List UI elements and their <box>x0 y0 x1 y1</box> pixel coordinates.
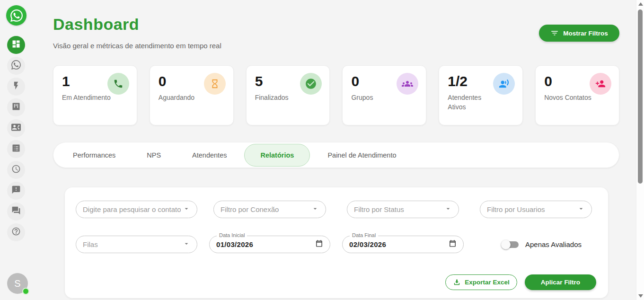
hourglass-icon <box>204 73 226 95</box>
status-filter-select[interactable]: Filtro por Status <box>347 201 459 218</box>
sidebar-item-help[interactable] <box>7 223 25 241</box>
dashboard-tabs: Performances NPS Atendentes Relatórios P… <box>53 142 619 168</box>
users-filter-select[interactable]: Filtro por Usuarios <box>480 201 592 218</box>
select-placeholder: Filas <box>83 240 181 248</box>
chevron-down-icon <box>444 205 452 214</box>
tab-nps[interactable]: NPS <box>131 144 176 167</box>
help-icon <box>11 227 21 238</box>
kanban-icon <box>11 102 21 113</box>
stat-card-atendentes-ativos: 1/2 Atendentes Ativos <box>439 65 523 125</box>
toggle-label: Apenas Avaliados <box>525 240 582 248</box>
date-end-field[interactable]: Data Final 02/03/2026 <box>342 236 464 253</box>
chevron-down-icon[interactable] <box>183 205 190 214</box>
toggle-knob <box>501 240 511 249</box>
check-circle-icon <box>300 73 322 95</box>
tab-relatorios[interactable]: Relatórios <box>244 144 310 167</box>
export-excel-button[interactable]: Exportar Excel <box>445 274 517 290</box>
stat-label: Novos Contatos <box>544 93 596 102</box>
clock-icon <box>11 164 21 176</box>
stat-card-finalizados: 5 Finalizados <box>246 65 330 125</box>
only-rated-toggle-row[interactable]: Apenas Avaliados <box>503 240 582 248</box>
stat-label: Aguardando <box>159 93 211 102</box>
scroll-down-arrow-icon[interactable] <box>638 294 643 298</box>
sidebar-item-whatsapp-chats[interactable] <box>7 57 25 75</box>
sidebar-item-contacts[interactable] <box>7 119 25 137</box>
person-add-icon <box>590 73 611 95</box>
date-start-label: Data Inicial <box>217 232 247 238</box>
calendar-icon[interactable] <box>315 239 323 249</box>
filters-panel: Filtro por Conexão Filtro por Status Fil… <box>65 187 608 298</box>
phone-icon <box>107 73 129 95</box>
date-end-value: 02/03/2026 <box>349 240 447 248</box>
forum-icon <box>11 206 21 217</box>
chevron-down-icon <box>311 205 319 214</box>
stat-label: Atendentes Ativos <box>448 93 500 112</box>
filter-list-icon <box>550 29 559 37</box>
sidebar-item-kanban[interactable] <box>7 98 25 116</box>
select-placeholder: Filtro por Status <box>354 205 442 213</box>
connection-filter-select[interactable]: Filtro por Conexão <box>213 201 326 218</box>
date-start-value: 01/03/2026 <box>216 240 313 248</box>
whatsapp-chat-icon <box>11 60 21 71</box>
scrollbar[interactable] <box>636 0 644 300</box>
stat-card-aguardando: 0 Aguardando <box>150 65 234 125</box>
tab-painel-de-atendimento[interactable]: Painel de Atendimento <box>312 144 412 167</box>
stat-card-grupos: 0 Grupos <box>342 65 426 125</box>
tab-performances[interactable]: Performances <box>57 144 131 167</box>
sidebar-item-dashboard[interactable] <box>7 36 25 54</box>
sidebar-item-quick-messages[interactable] <box>7 78 25 96</box>
feedback-icon <box>11 185 21 196</box>
sidebar-item-schedules[interactable] <box>7 161 25 179</box>
groups-icon <box>397 73 418 95</box>
search-input[interactable] <box>83 205 181 213</box>
user-avatar[interactable]: S <box>7 273 28 294</box>
stat-card-em-atendimento: 1 Em Atendimento <box>53 65 137 125</box>
list-icon <box>11 143 21 155</box>
flash-icon <box>11 81 21 92</box>
chevron-down-icon <box>183 240 190 249</box>
tab-atendentes[interactable]: Atendentes <box>176 144 242 167</box>
stat-label: Grupos <box>351 93 403 102</box>
select-placeholder: Filtro por Usuarios <box>487 205 575 213</box>
sidebar-item-internal-chat[interactable] <box>7 203 25 221</box>
sidebar-item-announcements[interactable] <box>7 182 25 200</box>
download-icon <box>453 278 461 286</box>
stats-row: 1 Em Atendimento 0 Aguardando 5 Finaliza… <box>53 65 619 125</box>
select-placeholder: Filtro por Conexão <box>221 205 309 213</box>
contact-phone-icon <box>11 123 21 134</box>
stat-label: Em Atendimento <box>62 93 114 102</box>
apply-filter-button[interactable]: Aplicar Filtro <box>525 274 596 290</box>
stat-label: Finalizados <box>255 93 307 102</box>
page-subtitle: Visão geral e métricas de atendimento em… <box>53 42 221 50</box>
scrollbar-thumb[interactable] <box>638 9 643 184</box>
stat-card-novos-contatos: 0 Novos Contatos <box>535 65 619 125</box>
toggle-switch[interactable] <box>503 241 519 248</box>
contact-search-field[interactable] <box>76 201 197 218</box>
dashboard-icon <box>11 39 21 51</box>
chevron-down-icon <box>577 205 585 214</box>
show-filters-button[interactable]: Mostrar Filtros <box>539 25 619 42</box>
queues-filter-select[interactable]: Filas <box>76 236 197 253</box>
online-status-dot <box>22 288 29 295</box>
voice-over-icon <box>493 73 515 95</box>
sidebar: S <box>0 0 32 300</box>
calendar-icon[interactable] <box>449 239 457 249</box>
date-start-field[interactable]: Data Inicial 01/03/2026 <box>209 236 330 253</box>
scroll-up-arrow-icon[interactable] <box>638 2 643 6</box>
whatsapp-logo <box>6 5 26 26</box>
page-title: Dashboard <box>53 15 139 34</box>
date-end-label: Data Final <box>350 232 378 238</box>
avatar-initial: S <box>14 278 20 289</box>
sidebar-item-lists[interactable] <box>7 140 25 158</box>
